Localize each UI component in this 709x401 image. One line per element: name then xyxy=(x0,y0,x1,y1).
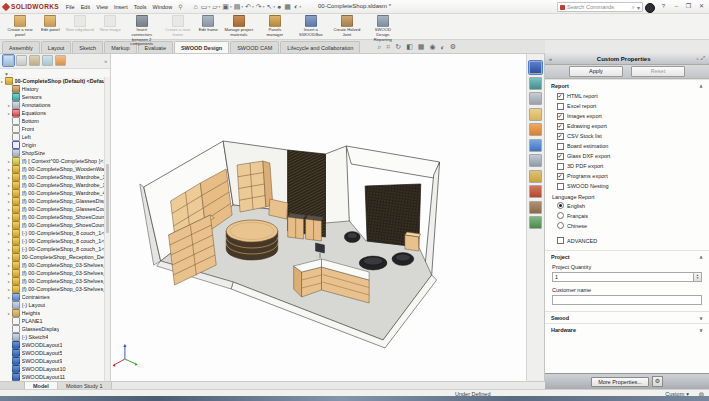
report-option-row[interactable]: Glass DXF export xyxy=(545,151,709,161)
search-input[interactable]: Search Commands xyxy=(567,4,630,10)
menu-item[interactable]: Edit xyxy=(78,4,93,10)
checkbox[interactable] xyxy=(557,113,564,120)
quick-access-button[interactable]: ▭▾ xyxy=(201,3,210,10)
user-avatar[interactable] xyxy=(645,3,655,13)
tree-item[interactable]: ▸(f) 00-CompleteShop_Wardrobe_4<1> ( xyxy=(0,189,105,197)
tree-item[interactable]: ▸(f) 00-CompleteShop_GlassesDisplay_2< xyxy=(0,197,105,205)
manager-tab-icon[interactable] xyxy=(3,55,14,66)
more-properties-button[interactable]: More Properties... xyxy=(591,377,649,387)
dropdown-caret-icon[interactable]: ▾ xyxy=(241,5,243,9)
tree-item[interactable]: ▸00-CompleteShop (Default) <Default_Disp… xyxy=(0,77,105,85)
tree-item[interactable]: ▸Front xyxy=(0,125,105,133)
manager-tab-icon[interactable] xyxy=(16,55,27,66)
task-pane-tab-icon[interactable] xyxy=(529,61,542,74)
command-tab[interactable]: Layout xyxy=(41,41,72,53)
tree-item[interactable]: ▸SWOODLayout11 xyxy=(0,373,105,381)
tree-item[interactable]: ▸(-) Sketch4 xyxy=(0,333,105,341)
quick-access-button[interactable]: ↖▾ xyxy=(266,3,275,10)
advanced-checkbox[interactable] xyxy=(557,237,564,244)
tree-item[interactable]: ▸Annotations xyxy=(0,101,105,109)
view-tool-icon[interactable]: ◐ xyxy=(441,44,445,51)
command-tab[interactable]: Sketch xyxy=(72,41,103,53)
chevron-down-icon[interactable]: ∨ xyxy=(699,315,703,321)
section-header-swood[interactable]: Swood ∨ xyxy=(545,311,709,323)
menu-item[interactable]: Window xyxy=(150,4,176,10)
dropdown-caret-icon[interactable]: ▾ xyxy=(219,5,221,9)
task-pane-tab-icon[interactable] xyxy=(529,170,542,183)
language-option-row[interactable]: Français xyxy=(545,211,709,221)
advanced-row[interactable]: ADVANCED xyxy=(545,236,709,246)
section-header-hardware[interactable]: Hardware ∨ xyxy=(545,323,709,335)
chevron-up-icon[interactable]: ∧ xyxy=(699,83,703,89)
task-pane-tab-icon[interactable] xyxy=(529,123,542,136)
task-pane-tab-icon[interactable] xyxy=(529,216,542,229)
tree-item[interactable]: ▸(f) 00-CompleteShop_03-Shelves_7<1> xyxy=(0,285,105,293)
view-tool-icon[interactable]: ⌕ xyxy=(377,43,381,51)
dropdown-caret-icon[interactable]: ▾ xyxy=(263,5,265,9)
tree-scrollbar[interactable] xyxy=(104,77,110,389)
dropdown-caret-icon[interactable]: ▾ xyxy=(252,5,254,9)
toolbar-button[interactable]: New image xyxy=(97,14,124,39)
quick-access-button[interactable]: ⌂ xyxy=(194,3,199,10)
tree-item[interactable]: ▸(f) 00-CompleteShop_Wardrobe_1<1> ( xyxy=(0,173,105,181)
tree-item[interactable]: ▸Bottom xyxy=(0,117,105,125)
close-button[interactable]: ✕ xyxy=(696,1,707,12)
tree-item[interactable]: ▸SWOODLayout1 xyxy=(0,341,105,349)
menu-item[interactable]: View xyxy=(93,4,111,10)
manager-tabs-overflow-icon[interactable]: » xyxy=(104,58,107,64)
language-option-row[interactable]: English xyxy=(545,201,709,211)
task-pane-tab-icon[interactable] xyxy=(529,201,542,214)
tree-item[interactable]: ▸PLANE1 xyxy=(0,317,105,325)
search-icon[interactable]: ⌕ xyxy=(632,4,635,11)
task-pane-tab-icon[interactable] xyxy=(529,77,542,90)
quick-access-button[interactable]: ▱▾ xyxy=(212,3,220,10)
tree-item[interactable]: ▸(f) 00-CompleteShop_03-Shelves_6<1> xyxy=(0,277,105,285)
quick-access-button[interactable]: ● xyxy=(277,3,282,10)
oval-display-table[interactable] xyxy=(226,220,278,260)
tree-item[interactable]: ▸GlassesDisplay xyxy=(0,325,105,333)
view-tool-icon[interactable]: ↻ xyxy=(395,43,401,51)
tree-item[interactable]: ▸Heights xyxy=(0,309,105,317)
report-option-row[interactable]: Excel report xyxy=(545,101,709,111)
command-tab[interactable]: Lifecycle and Collaboration xyxy=(280,41,360,53)
chevron-down-icon[interactable]: ∨ xyxy=(699,327,703,333)
checkbox[interactable] xyxy=(557,183,564,190)
filter-icon[interactable]: ▼ xyxy=(4,71,9,77)
report-option-row[interactable]: 3D PDF export xyxy=(545,161,709,171)
checkbox[interactable] xyxy=(557,123,564,130)
toolbar-button[interactable]: Edit frame xyxy=(196,14,221,39)
quick-access-button[interactable]: ▣▾ xyxy=(222,3,231,10)
dropdown-caret-icon[interactable]: ▾ xyxy=(273,5,275,9)
tree-item[interactable]: ▸ShopSize xyxy=(0,149,105,157)
checkbox[interactable] xyxy=(557,93,564,100)
report-option-row[interactable]: Board estimation xyxy=(545,141,709,151)
view-tool-icon[interactable]: ⚙ xyxy=(450,43,456,51)
task-pane-tab-icon[interactable] xyxy=(529,154,542,167)
tree-item[interactable]: ▸Left xyxy=(0,133,105,141)
search-caret-icon[interactable]: ▾ xyxy=(637,4,640,11)
report-option-row[interactable]: SWOOD Nesting xyxy=(545,181,709,191)
tree-item[interactable]: ▸(-) 00-CompleteShop_8 couch_1<1> (D- xyxy=(0,229,105,237)
checkbox[interactable] xyxy=(557,153,564,160)
checkbox[interactable] xyxy=(557,173,564,180)
tree-item[interactable]: ▸Contraintes xyxy=(0,293,105,301)
quick-access-button[interactable]: ▤▾ xyxy=(234,3,243,10)
dropdown-caret-icon[interactable]: ▾ xyxy=(299,5,301,9)
graphics-viewport[interactable] xyxy=(111,53,526,389)
apply-button[interactable]: Apply xyxy=(569,66,623,77)
tree-item[interactable]: ▸SWOODLayout5 xyxy=(0,349,105,357)
checkbox[interactable] xyxy=(557,163,564,170)
toolbar-button[interactable]: New edgeband xyxy=(63,14,97,39)
radio-button[interactable] xyxy=(557,202,564,209)
dropdown-caret-icon[interactable]: ▾ xyxy=(208,5,210,9)
customer-name-input[interactable] xyxy=(552,295,702,305)
toolbar-button[interactable]: Panels manager xyxy=(257,14,293,39)
quick-access-button[interactable]: ▦ xyxy=(284,3,292,10)
minimize-button[interactable]: – xyxy=(671,1,682,12)
tree-item[interactable]: ▸SWOODLayout10 xyxy=(0,365,105,373)
tree-item[interactable]: ▸(f) 00-CompleteShop_WoodenWall2_2< xyxy=(0,165,105,173)
manager-tab-icon[interactable] xyxy=(55,55,66,66)
search-box[interactable]: Search Commands ⌕ ▾ xyxy=(557,2,643,12)
quick-access-button[interactable]: ◐▾ xyxy=(294,3,301,10)
task-pane-tab-icon[interactable] xyxy=(529,92,542,105)
